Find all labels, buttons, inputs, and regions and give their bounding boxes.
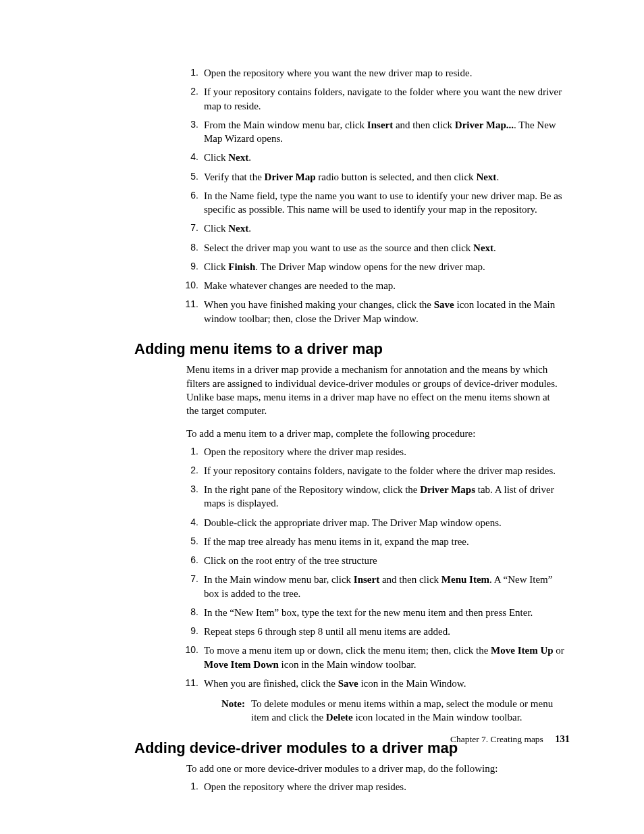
list-item: 7.In the Main window menu bar, click Ins…: [186, 573, 564, 600]
item-text: When you have finished making your chang…: [204, 299, 555, 323]
section-heading-menu-items: Adding menu items to a driver map: [134, 339, 564, 359]
note-text: To delete modules or menu items within a…: [251, 698, 553, 723]
item-text: In the “New Item” box, type the text for…: [204, 607, 533, 618]
item-text: Open the repository where you want the n…: [204, 68, 472, 78]
item-number: 8.: [178, 241, 198, 254]
item-text: Click on the root entry of the tree stru…: [204, 555, 377, 566]
note-block: Note: To delete modules or menu items wi…: [221, 697, 564, 725]
footer-chapter: Chapter 7. Creating maps: [450, 734, 543, 744]
item-number: 1.: [178, 780, 198, 793]
item-number: 5.: [178, 535, 198, 548]
item-text: When you are finished, click the Save ic…: [204, 678, 466, 689]
item-number: 11.: [178, 298, 198, 311]
item-number: 10.: [178, 644, 198, 656]
item-text: To move a menu item up or down, click th…: [204, 645, 564, 669]
list-item: 2.If your repository contains folders, n…: [186, 85, 564, 113]
item-text: In the right pane of the Repository wind…: [204, 484, 554, 509]
ordered-list-3: 1.Open the repository where the driver m…: [186, 780, 564, 793]
list-item: 8.In the “New Item” box, type the text f…: [186, 606, 564, 619]
list-item: 7.Click Next.: [186, 221, 564, 235]
item-text: In the Name field, type the name you wan…: [204, 190, 562, 215]
list-item: 4.Click Next.: [186, 151, 564, 164]
item-number: 2.: [178, 464, 198, 477]
page-footer: Chapter 7. Creating maps 131: [450, 733, 570, 746]
paragraph: To add a menu item to a driver map, comp…: [186, 427, 564, 440]
item-text: If the map tree already has menu items i…: [204, 536, 469, 547]
item-text: Open the repository where the driver map…: [204, 781, 406, 792]
list-item: 10.Make whatever changes are needed to t…: [186, 279, 564, 292]
item-number: 8.: [178, 606, 198, 619]
list-item: 3.In the right pane of the Repository wi…: [186, 483, 564, 511]
footer-page-number: 131: [555, 733, 570, 744]
item-text: Double-click the appropriate driver map.…: [204, 517, 502, 528]
list-item: 1.Open the repository where the driver m…: [186, 780, 564, 793]
list-item: 6.Click on the root entry of the tree st…: [186, 554, 564, 567]
item-number: 2.: [178, 85, 198, 98]
list-item: 5.If the map tree already has menu items…: [186, 535, 564, 548]
list-item: 3.From the Main window menu bar, click I…: [186, 118, 564, 146]
list-item: 5.Verify that the Driver Map radio butto…: [186, 170, 564, 184]
item-number: 5.: [178, 170, 198, 183]
item-text: In the Main window menu bar, click Inser…: [204, 574, 552, 598]
item-text: Select the driver map you want to use as…: [204, 242, 496, 253]
item-text: If your repository contains folders, nav…: [204, 86, 562, 111]
note-label: Note:: [221, 697, 245, 710]
item-number: 9.: [178, 625, 198, 637]
item-number: 6.: [178, 554, 198, 567]
item-text: Open the repository where the driver map…: [204, 446, 406, 457]
paragraph: To add one or more device-driver modules…: [186, 762, 564, 775]
item-number: 7.: [178, 573, 198, 585]
item-text: If your repository contains folders, nav…: [204, 465, 556, 476]
list-item: 9.Repeat steps 6 through step 8 until al…: [186, 625, 564, 638]
item-number: 4.: [178, 516, 198, 529]
list-item: 6.In the Name field, type the name you w…: [186, 189, 564, 217]
item-number: 10.: [178, 279, 198, 292]
ordered-list-1: 1.Open the repository where you want the…: [186, 66, 564, 325]
list-item: 2.If your repository contains folders, n…: [186, 464, 564, 477]
list-item: 1.Open the repository where the driver m…: [186, 445, 564, 459]
item-text: Repeat steps 6 through step 8 until all …: [204, 626, 450, 637]
item-number: 3.: [178, 483, 198, 496]
list-item: 11.When you have finished making your ch…: [186, 298, 564, 325]
item-number: 4.: [178, 151, 198, 163]
paragraph: Menu items in a driver map provide a mec…: [186, 363, 564, 417]
item-text: Click Finish. The Driver Map window open…: [204, 261, 485, 272]
item-number: 1.: [178, 445, 198, 458]
page: 1.Open the repository where you want the…: [0, 0, 644, 799]
ordered-list-2: 1.Open the repository where the driver m…: [186, 445, 564, 725]
item-number: 3.: [178, 118, 198, 131]
item-number: 1.: [178, 66, 198, 79]
item-number: 6.: [178, 189, 198, 202]
item-number: 11.: [178, 677, 198, 689]
item-text: Verify that the Driver Map radio button …: [204, 172, 499, 182]
item-text: Click Next.: [204, 223, 251, 234]
item-text: Make whatever changes are needed to the …: [204, 280, 396, 291]
item-number: 7.: [178, 221, 198, 234]
list-item: 9.Click Finish. The Driver Map window op…: [186, 260, 564, 273]
item-text: Click Next.: [204, 152, 251, 163]
item-text: From the Main window menu bar, click Ins…: [204, 120, 556, 144]
item-number: 9.: [178, 260, 198, 273]
list-item: 8.Select the driver map you want to use …: [186, 241, 564, 255]
list-item: 1.Open the repository where you want the…: [186, 66, 564, 80]
list-item: 11.When you are finished, click the Save…: [186, 677, 564, 725]
list-item: 10.To move a menu item up or down, click…: [186, 644, 564, 671]
list-item: 4.Double-click the appropriate driver ma…: [186, 516, 564, 529]
